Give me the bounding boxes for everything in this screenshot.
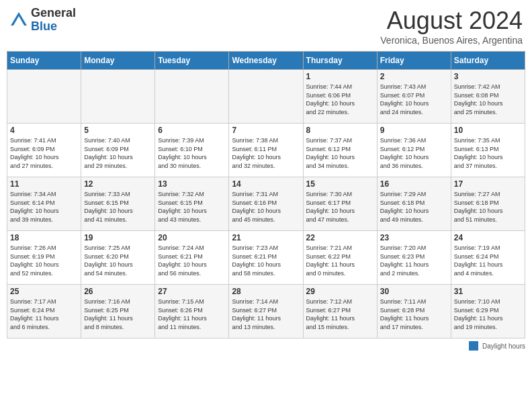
day-number: 12 [84,179,152,189]
day-number: 16 [380,179,448,189]
calendar-cell: 15Sunrise: 7:30 AM Sunset: 6:17 PM Dayli… [303,177,377,231]
day-number: 21 [232,233,300,242]
day-header: Tuesday [155,52,229,70]
day-number: 23 [380,233,448,242]
calendar-body: 1Sunrise: 7:44 AM Sunset: 6:06 PM Daylig… [7,70,525,338]
day-info: Sunrise: 7:35 AM Sunset: 6:13 PM Dayligh… [454,136,522,170]
day-info: Sunrise: 7:15 AM Sunset: 6:26 PM Dayligh… [158,298,226,331]
day-number: 11 [10,179,78,189]
calendar-cell: 8Sunrise: 7:37 AM Sunset: 6:12 PM Daylig… [303,124,377,177]
day-info: Sunrise: 7:14 AM Sunset: 6:27 PM Dayligh… [232,298,300,331]
day-info: Sunrise: 7:43 AM Sunset: 6:07 PM Dayligh… [380,83,448,116]
day-number: 4 [10,126,78,135]
day-number: 30 [380,287,448,296]
calendar-cell: 26Sunrise: 7:16 AM Sunset: 6:25 PM Dayli… [81,285,155,338]
day-info: Sunrise: 7:19 AM Sunset: 6:24 PM Dayligh… [454,244,522,277]
month-title: August 2024 [380,7,523,35]
day-number: 17 [454,179,522,189]
day-number: 13 [158,179,226,189]
header-row: SundayMondayTuesdayWednesdayThursdayFrid… [7,52,525,70]
day-info: Sunrise: 7:42 AM Sunset: 6:08 PM Dayligh… [454,83,522,116]
day-info: Sunrise: 7:11 AM Sunset: 6:28 PM Dayligh… [380,298,448,331]
day-number: 7 [232,126,300,135]
calendar-cell: 31Sunrise: 7:10 AM Sunset: 6:29 PM Dayli… [451,285,525,338]
calendar-cell: 19Sunrise: 7:25 AM Sunset: 6:20 PM Dayli… [81,231,155,285]
day-header: Friday [377,52,451,70]
day-number: 24 [454,233,522,242]
calendar-cell: 20Sunrise: 7:24 AM Sunset: 6:21 PM Dayli… [155,231,229,285]
day-info: Sunrise: 7:34 AM Sunset: 6:14 PM Dayligh… [10,190,78,224]
day-info: Sunrise: 7:31 AM Sunset: 6:16 PM Dayligh… [232,190,300,224]
day-header: Wednesday [229,52,303,70]
day-header: Sunday [7,52,81,70]
calendar-week-row: 18Sunrise: 7:26 AM Sunset: 6:19 PM Dayli… [7,231,525,285]
day-info: Sunrise: 7:30 AM Sunset: 6:17 PM Dayligh… [306,190,374,224]
day-info: Sunrise: 7:39 AM Sunset: 6:10 PM Dayligh… [158,136,226,170]
calendar-cell: 21Sunrise: 7:23 AM Sunset: 6:21 PM Dayli… [229,231,303,285]
location-title: Veronica, Buenos Aires, Argentina [380,35,523,46]
calendar-cell: 14Sunrise: 7:31 AM Sunset: 6:16 PM Dayli… [229,177,303,231]
day-number: 22 [306,233,374,242]
calendar-cell: 29Sunrise: 7:12 AM Sunset: 6:27 PM Dayli… [303,285,377,338]
day-info: Sunrise: 7:17 AM Sunset: 6:24 PM Dayligh… [10,298,78,331]
calendar-cell: 22Sunrise: 7:21 AM Sunset: 6:22 PM Dayli… [303,231,377,285]
title-section: August 2024 Veronica, Buenos Aires, Arge… [380,7,523,46]
header: General Blue August 2024 Veronica, Bueno… [7,7,525,46]
calendar-table: SundayMondayTuesdayWednesdayThursdayFrid… [7,51,525,338]
day-info: Sunrise: 7:12 AM Sunset: 6:27 PM Dayligh… [306,298,374,331]
day-info: Sunrise: 7:29 AM Sunset: 6:18 PM Dayligh… [380,190,448,224]
day-info: Sunrise: 7:40 AM Sunset: 6:09 PM Dayligh… [84,136,152,170]
day-number: 2 [380,72,448,81]
day-number: 31 [454,287,522,296]
logo-blue: Blue [31,19,57,33]
day-info: Sunrise: 7:21 AM Sunset: 6:22 PM Dayligh… [306,244,374,277]
day-info: Sunrise: 7:24 AM Sunset: 6:21 PM Dayligh… [158,244,226,277]
calendar-cell: 2Sunrise: 7:43 AM Sunset: 6:07 PM Daylig… [377,70,451,124]
calendar-week-row: 25Sunrise: 7:17 AM Sunset: 6:24 PM Dayli… [7,285,525,338]
day-number: 20 [158,233,226,242]
day-info: Sunrise: 7:36 AM Sunset: 6:12 PM Dayligh… [380,136,448,170]
day-number: 3 [454,72,522,81]
logo-text: General Blue [31,7,76,34]
calendar-cell: 5Sunrise: 7:40 AM Sunset: 6:09 PM Daylig… [81,124,155,177]
day-number: 10 [454,126,522,135]
calendar-cell: 25Sunrise: 7:17 AM Sunset: 6:24 PM Dayli… [7,285,81,338]
calendar-cell: 11Sunrise: 7:34 AM Sunset: 6:14 PM Dayli… [7,177,81,231]
day-info: Sunrise: 7:37 AM Sunset: 6:12 PM Dayligh… [306,136,374,170]
calendar-cell: 7Sunrise: 7:38 AM Sunset: 6:11 PM Daylig… [229,124,303,177]
logo-general: General [31,6,76,19]
logo: General Blue [9,7,76,34]
calendar-cell: 1Sunrise: 7:44 AM Sunset: 6:06 PM Daylig… [303,70,377,124]
day-info: Sunrise: 7:41 AM Sunset: 6:09 PM Dayligh… [10,136,78,170]
calendar-header: SundayMondayTuesdayWednesdayThursdayFrid… [7,52,525,70]
calendar-cell: 10Sunrise: 7:35 AM Sunset: 6:13 PM Dayli… [451,124,525,177]
day-number: 6 [158,126,226,135]
day-info: Sunrise: 7:38 AM Sunset: 6:11 PM Dayligh… [232,136,300,170]
day-number: 5 [84,126,152,135]
calendar-cell: 6Sunrise: 7:39 AM Sunset: 6:10 PM Daylig… [155,124,229,177]
calendar-cell: 4Sunrise: 7:41 AM Sunset: 6:09 PM Daylig… [7,124,81,177]
calendar-cell: 30Sunrise: 7:11 AM Sunset: 6:28 PM Dayli… [377,285,451,338]
calendar-cell [155,70,229,124]
day-info: Sunrise: 7:20 AM Sunset: 6:23 PM Dayligh… [380,244,448,277]
calendar-week-row: 11Sunrise: 7:34 AM Sunset: 6:14 PM Dayli… [7,177,525,231]
day-info: Sunrise: 7:25 AM Sunset: 6:20 PM Dayligh… [84,244,152,277]
calendar-cell: 13Sunrise: 7:32 AM Sunset: 6:15 PM Dayli… [155,177,229,231]
calendar-cell: 27Sunrise: 7:15 AM Sunset: 6:26 PM Dayli… [155,285,229,338]
day-info: Sunrise: 7:32 AM Sunset: 6:15 PM Dayligh… [158,190,226,224]
calendar-cell: 24Sunrise: 7:19 AM Sunset: 6:24 PM Dayli… [451,231,525,285]
day-info: Sunrise: 7:10 AM Sunset: 6:29 PM Dayligh… [454,298,522,331]
day-info: Sunrise: 7:33 AM Sunset: 6:15 PM Dayligh… [84,190,152,224]
day-number: 15 [306,179,374,189]
footer: Daylight hours [7,341,525,351]
day-header: Monday [81,52,155,70]
day-info: Sunrise: 7:23 AM Sunset: 6:21 PM Dayligh… [232,244,300,277]
day-number: 1 [306,72,374,81]
day-number: 29 [306,287,374,296]
day-header: Saturday [451,52,525,70]
day-number: 19 [84,233,152,242]
logo-icon [9,11,28,30]
calendar-cell: 16Sunrise: 7:29 AM Sunset: 6:18 PM Dayli… [377,177,451,231]
day-number: 25 [10,287,78,296]
calendar-cell: 9Sunrise: 7:36 AM Sunset: 6:12 PM Daylig… [377,124,451,177]
